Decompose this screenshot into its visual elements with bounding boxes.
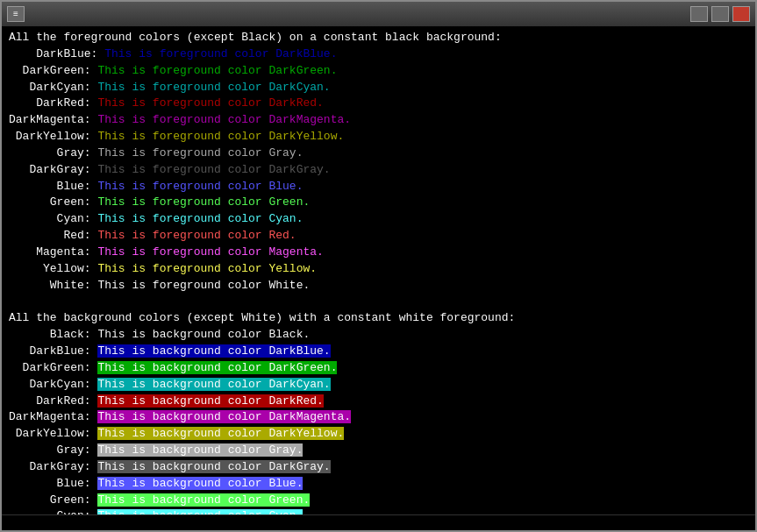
fg-line: Gray: This is foreground color Gray.	[9, 145, 748, 162]
fg-line: DarkGreen: This is foreground color Dark…	[9, 63, 748, 80]
fg-line: White: This is foreground color White.	[9, 278, 748, 294]
bg-line: DarkGreen: This is background color Dark…	[9, 360, 748, 377]
status-bar	[2, 514, 755, 530]
fg-line: Red: This is foreground color Red.	[9, 228, 748, 245]
bg-line: DarkBlue: This is background color DarkB…	[9, 344, 748, 360]
bg-line: DarkYellow: This is background color Dar…	[9, 426, 748, 443]
bg-line: Gray: This is background color Gray.	[9, 443, 748, 459]
fg-line: Green: This is foreground color Green.	[9, 195, 748, 211]
close-button[interactable]	[732, 6, 750, 22]
bg-line: Green: This is background color Green.	[9, 493, 748, 509]
fg-line: Cyan: This is foreground color Cyan.	[9, 211, 748, 228]
minimize-button[interactable]	[690, 6, 708, 22]
fg-line: Yellow: This is foreground color Yellow.	[9, 261, 748, 278]
fg-line: DarkBlue: This is foreground color DarkB…	[9, 46, 748, 63]
window-controls	[690, 6, 750, 22]
fg-line: DarkYellow: This is foreground color Dar…	[9, 129, 748, 145]
bg-line: DarkRed: This is background color DarkRe…	[9, 394, 748, 410]
heading1: All the foreground colors (except Black)…	[9, 30, 748, 46]
bg-line: DarkMagenta: This is background color Da…	[9, 409, 748, 426]
fg-line: Blue: This is foreground color Blue.	[9, 179, 748, 195]
fg-line: DarkCyan: This is foreground color DarkC…	[9, 80, 748, 96]
heading2: All the background colors (except White)…	[9, 310, 748, 327]
fg-line: DarkRed: This is foreground color DarkRe…	[9, 96, 748, 112]
terminal-content[interactable]: All the foreground colors (except Black)…	[2, 26, 755, 514]
bg-line: Blue: This is background color Blue.	[9, 476, 748, 493]
bg-line: DarkCyan: This is background color DarkC…	[9, 377, 748, 394]
title-bar: ≡	[2, 2, 755, 26]
bg-line: Black: This is background color Black.	[9, 327, 748, 344]
empty-line	[9, 294, 748, 311]
fg-line: DarkGray: This is foreground color DarkG…	[9, 162, 748, 179]
maximize-button[interactable]	[711, 6, 729, 22]
bg-line: DarkGray: This is background color DarkG…	[9, 459, 748, 476]
system-menu-button[interactable]: ≡	[7, 6, 25, 22]
fg-line: DarkMagenta: This is foreground color Da…	[9, 112, 748, 129]
fg-line: Magenta: This is foreground color Magent…	[9, 245, 748, 261]
terminal-window: ≡ All the foreground colors (except Blac…	[0, 0, 757, 532]
